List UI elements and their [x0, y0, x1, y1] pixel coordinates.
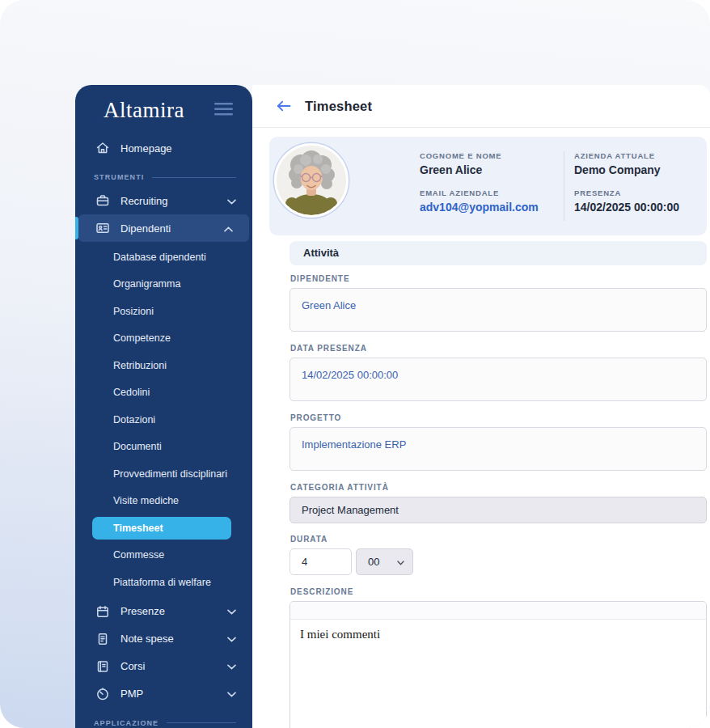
durata-hours-input[interactable]: 4 — [289, 548, 352, 575]
sidebar-item-visite-mediche[interactable]: Visite mediche — [75, 495, 179, 506]
page-header: Timesheet — [252, 85, 710, 128]
durata-row: 4 00 — [289, 548, 707, 575]
editor-toolbar[interactable] — [290, 602, 706, 620]
company-name: Demo Company — [574, 163, 679, 176]
sidebar-item-label: Dipendenti — [120, 222, 171, 235]
employee-name: Green Alice — [420, 163, 539, 176]
app-canvas: Altamira Homepage STRUMENTI — [0, 0, 710, 728]
avatar — [274, 143, 349, 218]
profile-column-2: AZIENDA ATTUALE Demo Company PRESENZA 14… — [574, 151, 679, 214]
progetto-label: PROGETTO — [290, 413, 707, 422]
profile-field-company: AZIENDA ATTUALE Demo Company — [574, 151, 679, 176]
durata-minutes-value: 00 — [368, 556, 379, 568]
divider — [152, 177, 236, 178]
altamira-logo: Altamira — [104, 98, 184, 123]
menu-icon[interactable] — [214, 103, 233, 119]
book-icon — [95, 659, 110, 674]
idcard-icon — [95, 221, 110, 235]
calendar-icon — [95, 604, 110, 619]
briefcase-icon — [95, 193, 110, 208]
sidebar-section-applicazione: APPLICAZIONE — [75, 713, 252, 728]
page-title: Timesheet — [305, 99, 372, 114]
profile-field-email: EMAIL AZIENDALE adv104@yopmail.com — [420, 188, 539, 214]
chevron-down-icon — [227, 688, 236, 700]
field-label: EMAIL AZIENDALE — [420, 188, 539, 197]
dipendente-input[interactable]: Green Alice — [289, 288, 707, 332]
progetto-input[interactable]: Implementazione ERP — [289, 427, 707, 471]
durata-label: DURATA — [290, 535, 707, 544]
descrizione-editor: I miei commenti — [289, 601, 707, 728]
clock-icon — [95, 687, 110, 701]
categoria-attivita-label: CATEGORIA ATTIVITÀ — [290, 483, 707, 492]
sidebar-item-corsi[interactable]: Corsi — [75, 653, 252, 680]
chevron-down-icon — [397, 556, 404, 568]
descrizione-textarea[interactable]: I miei commenti — [290, 620, 706, 728]
sidebar-item-piattaforma-di-welfare[interactable]: Piattaforma di welfare — [75, 577, 211, 588]
sidebar: Altamira Homepage STRUMENTI — [75, 85, 252, 728]
data-presenza-label: DATA PRESENZA — [290, 344, 707, 353]
chevron-down-icon — [227, 605, 236, 617]
descrizione-label: DESCRIZIONE — [290, 587, 707, 596]
sidebar-item-pmp[interactable]: PMP — [75, 680, 252, 708]
sidebar-logo-row: Altamira — [75, 85, 252, 123]
main-content: Timesheet — [252, 85, 710, 728]
sidebar-item-organigramma[interactable]: Organigramma — [75, 278, 180, 290]
sidebar-item-competenze[interactable]: Competenze — [75, 332, 171, 344]
chevron-down-icon — [227, 660, 236, 672]
divider — [167, 722, 236, 723]
dipendenti-submenu: Database dipendenti Organigramma Posizio… — [75, 242, 252, 598]
sidebar-item-commesse[interactable]: Commesse — [75, 549, 164, 561]
durata-minutes-select[interactable]: 00 — [356, 548, 413, 575]
sidebar-item-note-spese[interactable]: Note spese — [75, 625, 252, 653]
sidebar-item-timesheet-active[interactable]: Timesheet — [92, 517, 231, 540]
chevron-up-icon — [224, 222, 233, 235]
presence-value: 14/02/2025 00:00:00 — [574, 201, 679, 214]
data-presenza-input[interactable]: 14/02/2025 00:00:00 — [289, 358, 707, 401]
sidebar-section-strumenti: STRUMENTI — [75, 167, 252, 187]
sidebar-item-presenze[interactable]: Presenze — [75, 598, 252, 625]
profile-field-presence: PRESENZA 14/02/2025 00:00:00 — [574, 188, 679, 214]
back-button[interactable] — [277, 100, 291, 112]
employee-profile-panel: COGNOME E NOME Green Alice EMAIL AZIENDA… — [269, 137, 707, 235]
chevron-down-icon — [227, 633, 236, 645]
active-accent-bar — [75, 217, 78, 239]
sidebar-item-dipendenti[interactable]: Dipendenti — [78, 214, 249, 242]
sidebar-item-retribuzioni[interactable]: Retribuzioni — [75, 360, 167, 371]
profile-field-name: COGNOME E NOME Green Alice — [420, 151, 539, 176]
sidebar-item-database-dipendenti[interactable]: Database dipendenti — [75, 252, 206, 263]
sidebar-item-dotazioni[interactable]: Dotazioni — [75, 414, 155, 425]
field-label: COGNOME E NOME — [420, 151, 539, 160]
sidebar-item-recruiting[interactable]: Recruiting — [75, 187, 252, 214]
timesheet-form: Attività DIPENDENTE Green Alice DATA PRE… — [289, 241, 707, 728]
sidebar-item-label: Recruiting — [120, 195, 168, 207]
profile-column-1: COGNOME E NOME Green Alice EMAIL AZIENDA… — [420, 151, 539, 214]
dipendente-label: DIPENDENTE — [290, 274, 707, 283]
house-icon — [95, 141, 110, 155]
sidebar-item-label: PMP — [120, 688, 143, 700]
sidebar-item-label: Note spese — [120, 633, 174, 645]
sidebar-item-documenti[interactable]: Documenti — [75, 441, 162, 452]
employee-email-link[interactable]: adv104@yopmail.com — [420, 201, 539, 214]
field-label: AZIENDA ATTUALE — [574, 151, 679, 160]
sidebar-item-provvedimenti-disciplinari[interactable]: Provvedimenti disciplinari — [75, 468, 227, 480]
sidebar-item-cedolini[interactable]: Cedolini — [75, 387, 150, 398]
sidebar-nav: Homepage STRUMENTI Recruiting — [75, 123, 252, 728]
app-window: Altamira Homepage STRUMENTI — [75, 85, 710, 728]
divider — [564, 151, 564, 221]
tab-attivita[interactable]: Attività — [289, 241, 707, 265]
categoria-attivita-select[interactable]: Project Management — [289, 497, 707, 523]
sidebar-item-label: Homepage — [120, 142, 172, 154]
receipt-icon — [95, 632, 110, 646]
sidebar-item-label: Presenze — [120, 605, 165, 617]
sidebar-item-label: Corsi — [120, 660, 145, 672]
sidebar-item-posizioni[interactable]: Posizioni — [75, 306, 154, 317]
chevron-down-icon — [227, 195, 236, 207]
field-label: PRESENZA — [574, 188, 679, 197]
sidebar-item-homepage[interactable]: Homepage — [75, 134, 252, 162]
